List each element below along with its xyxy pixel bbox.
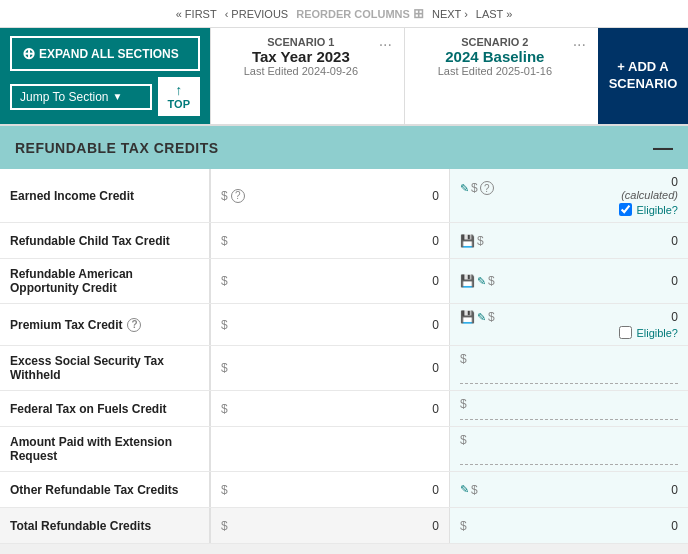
add-scenario-button[interactable]: + ADD A SCENARIO	[598, 28, 688, 124]
eligible-label[interactable]: Eligible?	[460, 326, 678, 339]
scenario-columns: SCENARIO 1 Tax Year 2023 Last Edited 202…	[210, 28, 598, 124]
table-row: Premium Tax Credit ? $ 0 💾 ✎ $ 0	[0, 304, 688, 346]
expand-all-button[interactable]: ⊕ EXPAND ALL SECTIONS	[10, 36, 200, 71]
scenario-2-header: SCENARIO 2 2024 Baseline Last Edited 202…	[404, 28, 598, 124]
row-label: Excess Social Security Tax Withheld	[0, 346, 210, 390]
row-label: Amount Paid with Extension Request	[0, 427, 210, 471]
section-collapse-button[interactable]: —	[653, 136, 673, 159]
total-row-label: Total Refundable Credits	[0, 508, 210, 543]
s1-cell: $ ? 0	[210, 169, 449, 222]
table-row: Refundable Child Tax Credit $ 0 💾 $ 0	[0, 223, 688, 259]
top-navigation: « FIRST ‹ PREVIOUS REORDER COLUMNS ⊞ NEX…	[0, 0, 688, 28]
s1-cell: $ 0	[210, 346, 449, 390]
s2-cell: $	[449, 427, 688, 471]
table-row: Earned Income Credit $ ? 0 ✎ $ ? 0	[0, 169, 688, 223]
row-label: Refundable Child Tax Credit	[0, 223, 210, 258]
scenario-1-menu[interactable]: ···	[379, 36, 392, 54]
s1-cell: $ 0	[210, 391, 449, 426]
eligible-label[interactable]: Eligible?	[460, 203, 678, 216]
next-link[interactable]: NEXT ›	[432, 8, 468, 20]
s2-cell: $	[449, 391, 688, 426]
table-row: Excess Social Security Tax Withheld $ 0 …	[0, 346, 688, 391]
table-row: Amount Paid with Extension Request $	[0, 427, 688, 472]
s2-cell: 💾 ✎ $ 0	[449, 259, 688, 303]
section-header: REFUNDABLE TAX CREDITS —	[0, 126, 688, 169]
save-icon[interactable]: 💾	[460, 274, 475, 288]
s2-cell: ✎ $ 0	[449, 472, 688, 507]
save-icon[interactable]: 💾	[460, 310, 475, 324]
s2-cell: $	[449, 346, 688, 390]
edit-icon[interactable]: ✎	[460, 182, 469, 195]
header-row: ⊕ EXPAND ALL SECTIONS Jump To Section ▼ …	[0, 28, 688, 126]
jump-to-section-button[interactable]: Jump To Section ▼	[10, 84, 152, 110]
s1-cell: $ 0	[210, 472, 449, 507]
dashed-divider	[460, 464, 678, 465]
scenario-1-header: SCENARIO 1 Tax Year 2023 Last Edited 202…	[210, 28, 404, 124]
row-label: Premium Tax Credit ?	[0, 304, 210, 345]
table-area: Earned Income Credit $ ? 0 ✎ $ ? 0	[0, 169, 688, 544]
s2-cell: ✎ $ ? 0 (calculated) Eligible?	[449, 169, 688, 222]
reorder-columns-btn[interactable]: REORDER COLUMNS ⊞	[296, 6, 424, 21]
dashed-divider	[460, 419, 678, 420]
row-label: Refundable American Opportunity Credit	[0, 259, 210, 303]
s2-cell: $ 0	[449, 508, 688, 543]
s1-cell: $ 0	[210, 508, 449, 543]
help-icon[interactable]: ?	[231, 189, 245, 203]
help-icon[interactable]: ?	[127, 318, 141, 332]
top-button[interactable]: ↑ TOP	[158, 77, 200, 116]
s1-cell	[210, 427, 449, 471]
s1-cell: $ 0	[210, 259, 449, 303]
section-title: REFUNDABLE TAX CREDITS	[15, 140, 219, 156]
dashed-divider	[460, 383, 678, 384]
table-row-total: Total Refundable Credits $ 0 $ 0	[0, 508, 688, 544]
edit-icon[interactable]: ✎	[477, 311, 486, 324]
s2-cell: 💾 ✎ $ 0 Eligible?	[449, 304, 688, 345]
row-label: Earned Income Credit	[0, 169, 210, 222]
scenario-2-menu[interactable]: ···	[573, 36, 586, 54]
s1-cell: $ 0	[210, 223, 449, 258]
table-row: Federal Tax on Fuels Credit $ 0 $	[0, 391, 688, 427]
save-icon[interactable]: 💾	[460, 234, 475, 248]
last-link[interactable]: LAST »	[476, 8, 513, 20]
help-icon[interactable]: ?	[480, 181, 494, 195]
s1-cell: $ 0	[210, 304, 449, 345]
table-row: Other Refundable Tax Credits $ 0 ✎ $ 0	[0, 472, 688, 508]
edit-icon[interactable]: ✎	[460, 483, 469, 496]
first-link[interactable]: « FIRST	[176, 8, 217, 20]
eligible-checkbox[interactable]	[619, 326, 632, 339]
table-row: Refundable American Opportunity Credit $…	[0, 259, 688, 304]
eligible-checkbox[interactable]	[619, 203, 632, 216]
row-label: Other Refundable Tax Credits	[0, 472, 210, 507]
edit-icon[interactable]: ✎	[477, 275, 486, 288]
jump-row: Jump To Section ▼ ↑ TOP	[10, 77, 200, 116]
row-label: Federal Tax on Fuels Credit	[0, 391, 210, 426]
s2-cell: 💾 $ 0	[449, 223, 688, 258]
left-controls: ⊕ EXPAND ALL SECTIONS Jump To Section ▼ …	[0, 28, 210, 124]
previous-link[interactable]: ‹ PREVIOUS	[225, 8, 289, 20]
